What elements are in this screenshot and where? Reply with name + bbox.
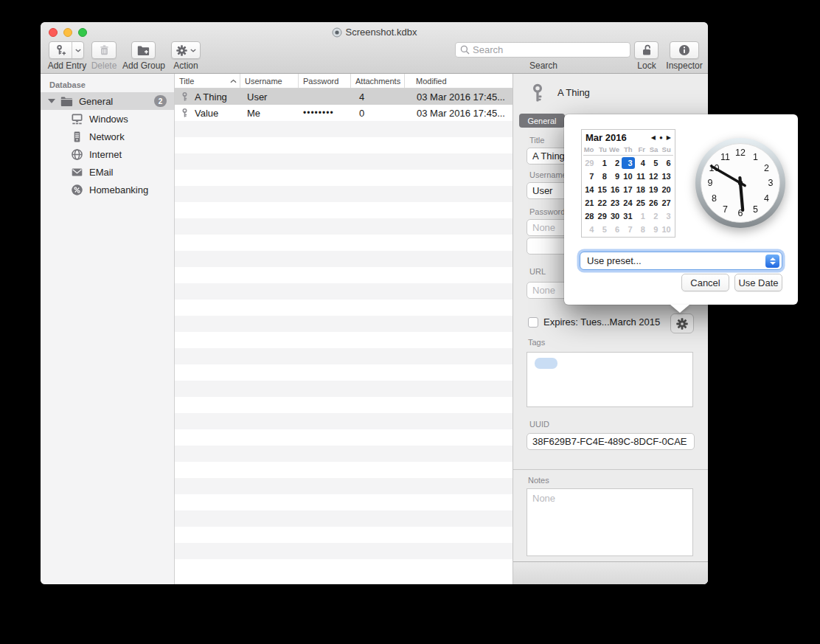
cancel-button[interactable]: Cancel: [681, 274, 729, 291]
calendar-day[interactable]: 6: [660, 157, 673, 169]
calendar-day[interactable]: 15: [596, 184, 608, 195]
calendar-day[interactable]: 27: [660, 197, 673, 209]
calendar-day[interactable]: 20: [660, 184, 673, 195]
calendar-day[interactable]: 25: [635, 197, 647, 209]
sidebar-item-network[interactable]: Network: [41, 128, 174, 145]
calendar-day[interactable]: 29: [596, 210, 608, 222]
sidebar-item-internet[interactable]: Internet: [41, 145, 174, 163]
calendar-day[interactable]: 22: [596, 197, 608, 209]
divider: [513, 469, 708, 470]
calendar-day[interactable]: 8: [635, 224, 647, 235]
cell-attachments-text: 4: [359, 91, 364, 103]
calendar-day[interactable]: 23: [609, 197, 622, 209]
chevron-down-icon[interactable]: [75, 49, 81, 52]
delete-button[interactable]: [91, 41, 117, 59]
tags-field[interactable]: [527, 352, 693, 407]
tag-token[interactable]: [535, 358, 557, 369]
calendar-day[interactable]: 18: [635, 184, 647, 195]
password-label: Password: [529, 207, 565, 216]
prev-month-button[interactable]: ◀: [651, 134, 656, 141]
calendar-day[interactable]: 12: [647, 170, 660, 182]
add-entry-button[interactable]: [49, 41, 84, 59]
next-month-button[interactable]: ▶: [667, 134, 671, 141]
calendar-day[interactable]: 3: [660, 210, 673, 222]
svg-text:7: 7: [723, 204, 728, 215]
calendar-day[interactable]: 31: [622, 210, 634, 222]
weekday-label: Tu: [596, 145, 608, 155]
expires-checkbox[interactable]: [528, 317, 538, 328]
sidebar-item-general[interactable]: General 2: [41, 92, 174, 110]
folder-plus-icon: [137, 45, 150, 56]
calendar-day[interactable]: 26: [647, 197, 660, 209]
calendar-day[interactable]: 10: [622, 170, 634, 182]
calendar-day[interactable]: 28: [583, 210, 596, 222]
calendar-day[interactable]: 7: [583, 170, 596, 182]
sidebar-item-windows[interactable]: Windows: [41, 110, 174, 128]
cell-username: User: [240, 89, 299, 105]
calendar-day[interactable]: 29: [583, 157, 596, 169]
calendar-day[interactable]: 8: [596, 170, 608, 182]
calendar-day[interactable]: 11: [635, 170, 647, 182]
calendar-day[interactable]: 1: [596, 157, 608, 169]
inspector-button[interactable]: [670, 41, 699, 59]
gear-icon: [676, 318, 688, 330]
column-header-modified[interactable]: Modified: [405, 74, 512, 88]
sidebar-item-email[interactable]: EMail: [41, 163, 174, 181]
expires-label: Expires: Tues...March 2015: [543, 316, 660, 328]
notes-field[interactable]: [527, 488, 693, 556]
sidebar-item-homebanking[interactable]: Homebanking: [41, 181, 174, 198]
column-header-attachments[interactable]: Attachments: [351, 74, 405, 88]
calendar-day[interactable]: 17: [622, 184, 634, 195]
search-field[interactable]: [455, 42, 630, 58]
preset-dropdown[interactable]: Use preset...: [580, 252, 782, 270]
use-date-button[interactable]: Use Date: [734, 274, 782, 291]
calendar-day[interactable]: 9: [647, 224, 660, 235]
tags-label: Tags: [528, 338, 545, 347]
calendar-day-selected[interactable]: 3: [622, 157, 634, 169]
action-button[interactable]: [171, 41, 201, 59]
calendar-day[interactable]: 2: [609, 157, 622, 169]
search-input[interactable]: [473, 44, 625, 55]
empty-row: [175, 446, 512, 462]
cell-attachments: 4: [351, 89, 405, 105]
calendar-day[interactable]: 10: [660, 224, 673, 235]
weekday-label: Mo: [583, 145, 596, 155]
table-row[interactable]: ValueMe••••••••003 Mar 2016 17:45...: [175, 105, 512, 121]
column-header-username[interactable]: Username: [240, 74, 299, 88]
calendar-day[interactable]: 4: [635, 157, 647, 169]
calendar-day[interactable]: 2: [647, 210, 660, 222]
lock-button[interactable]: [634, 41, 659, 59]
calendar-day[interactable]: 21: [583, 197, 596, 209]
calendar-day[interactable]: 19: [647, 184, 660, 195]
svg-text:1: 1: [753, 152, 758, 162]
calendar-day[interactable]: 7: [622, 224, 634, 235]
today-button[interactable]: ●: [659, 134, 663, 141]
email-icon: [71, 166, 83, 179]
calendar-day[interactable]: 16: [609, 184, 622, 195]
column-header-password[interactable]: Password: [299, 74, 351, 88]
table-row[interactable]: A ThingUser403 Mar 2016 17:45...: [175, 89, 512, 105]
calendar-day[interactable]: 1: [635, 210, 647, 222]
disclosure-triangle-icon[interactable]: [48, 99, 55, 103]
tab-general[interactable]: General: [519, 114, 565, 128]
url-label: URL: [529, 267, 546, 276]
add-group-button[interactable]: [131, 41, 156, 59]
calendar-day[interactable]: 5: [596, 224, 608, 235]
calendar-day[interactable]: 4: [583, 224, 596, 235]
calendar-day[interactable]: 14: [583, 184, 596, 195]
calendar-day[interactable]: 24: [622, 197, 634, 209]
calendar-week: 14151617181920: [583, 184, 673, 197]
sidebar-items: WindowsNetworkInternetEMailHomebanking: [41, 110, 174, 198]
column-header-title[interactable]: Title: [175, 74, 240, 88]
key-plus-icon: [55, 44, 66, 56]
calendar-day[interactable]: 30: [609, 210, 622, 222]
calendar-day[interactable]: 9: [609, 170, 622, 182]
calendar-day[interactable]: 13: [660, 170, 673, 182]
calendar-day[interactable]: 6: [609, 224, 622, 235]
uuid-field[interactable]: [527, 433, 695, 450]
expiry-date-picker-button[interactable]: [670, 314, 694, 333]
username-label: Username: [529, 170, 567, 179]
calendar-day[interactable]: 5: [647, 157, 660, 169]
calendar: Mar 2016 ◀ ● ▶ MoTuWeThFrSaSu 2912345678…: [581, 129, 675, 238]
key-icon: [180, 108, 190, 118]
